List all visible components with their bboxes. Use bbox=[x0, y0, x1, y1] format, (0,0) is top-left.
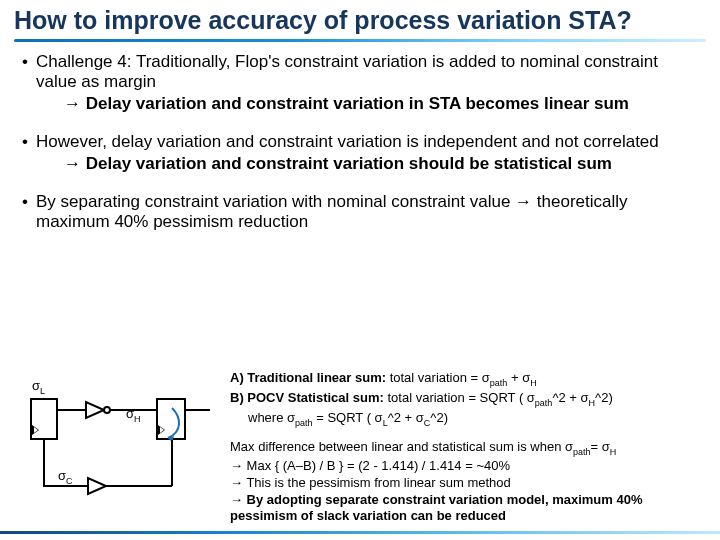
line-diff1: Max difference between linear and statis… bbox=[230, 439, 700, 458]
line-diff2: → Max { (A–B) / B } = (2 - 1.414) / 1.41… bbox=[230, 458, 700, 475]
line-b-label: B) POCV Statistical sum: bbox=[230, 390, 384, 405]
slide-title: How to improve accuracy of process varia… bbox=[14, 6, 706, 35]
bullet-3: By separating constraint variation with … bbox=[22, 192, 698, 232]
svg-point-0 bbox=[104, 407, 110, 413]
line-diff3: → This is the pessimism from linear sum … bbox=[230, 475, 700, 492]
line-a-label: A) Traditional linear sum: bbox=[230, 370, 386, 385]
bullet-1-sub: Delay variation and constraint variation… bbox=[86, 94, 629, 113]
bullet-2: However, delay variation and constraint … bbox=[22, 132, 698, 174]
line-where: where σpath = SQRT ( σL^2 + σC^2) bbox=[230, 410, 700, 429]
circuit-diagram: σL σH σC bbox=[26, 374, 216, 514]
bullet-1: Challenge 4: Traditionally, Flop's const… bbox=[22, 52, 698, 114]
arrow-icon: → bbox=[64, 94, 86, 113]
math-explanation: A) Traditional linear sum: total variati… bbox=[230, 370, 700, 525]
slide-body: Challenge 4: Traditionally, Flop's const… bbox=[0, 42, 720, 232]
wires-icon bbox=[26, 374, 216, 514]
arrow-icon: → bbox=[64, 154, 86, 173]
line-diff4: → By adopting separate constraint variat… bbox=[230, 492, 700, 525]
bullet-2-text: However, delay variation and constraint … bbox=[36, 132, 659, 151]
footer-rule bbox=[0, 531, 720, 534]
bullet-3-text: By separating constraint variation with … bbox=[36, 192, 628, 231]
bullet-2-sub: Delay variation and constraint variation… bbox=[86, 154, 612, 173]
bullet-1-text: Challenge 4: Traditionally, Flop's const… bbox=[36, 52, 658, 91]
